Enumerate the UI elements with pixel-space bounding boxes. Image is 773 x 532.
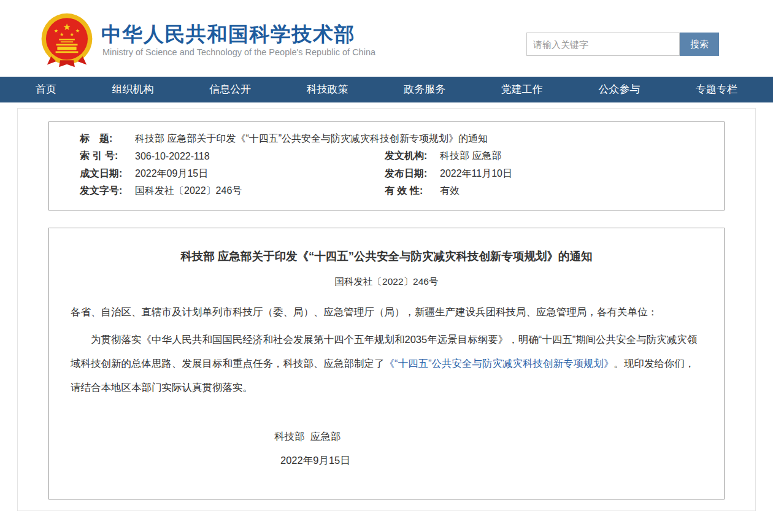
nav-item-info-disclosure[interactable]: 信息公开 <box>209 77 251 102</box>
document-metadata-box: 标 题: 科技部 应急部关于印发《“十四五”公共安全与防灾减灾科技创新专项规划》… <box>48 121 725 210</box>
nav-item-gov-services[interactable]: 政务服务 <box>404 77 445 102</box>
nav-item-organization[interactable]: 组织机构 <box>112 77 154 102</box>
meta-publish-date-label: 发布日期: <box>385 168 440 180</box>
meta-issuing-agency-label: 发文机构: <box>385 150 440 163</box>
site-header: ★ ★ ★ ★ ★ 中华人民共和国科学技术部 Ministry of Scien… <box>0 0 773 77</box>
nav-item-special-topics[interactable]: 专题专栏 <box>696 77 737 102</box>
document-number: 国科发社〔2022〕246号 <box>49 276 724 288</box>
document-signature: 科技部 应急部 <box>49 430 724 444</box>
meta-title-label: 标 题: <box>80 133 135 145</box>
meta-row-dates: 成文日期: 2022年09月15日 发布日期: 2022年11月10日 <box>49 165 724 183</box>
svg-text:★: ★ <box>75 28 80 34</box>
meta-issuing-agency-value: 科技部 应急部 <box>440 150 501 163</box>
meta-index-value: 306-10-2022-118 <box>135 151 210 162</box>
svg-text:★: ★ <box>60 32 64 37</box>
nav-item-public-participation[interactable]: 公众参与 <box>598 77 640 102</box>
content-container: 标 题: 科技部 应急部关于印发《“十四五”公共安全与防灾减灾科技创新专项规划》… <box>17 108 756 511</box>
meta-row-title: 标 题: 科技部 应急部关于印发《“十四五”公共安全与防灾减灾科技创新专项规划》… <box>49 130 724 148</box>
document-date: 2022年9月15日 <box>49 454 724 468</box>
document-body-box: 科技部 应急部关于印发《“十四五”公共安全与防灾减灾科技创新专项规划》的通知 国… <box>48 228 725 499</box>
site-subtitle-en: Ministry of Science and Technology of th… <box>102 47 375 57</box>
meta-written-date-label: 成文日期: <box>80 168 135 180</box>
search-button[interactable]: 搜索 <box>680 33 719 56</box>
main-nav: 首页 组织机构 信息公开 科技政策 政务服务 党建工作 公众参与 专题专栏 <box>0 77 773 102</box>
document-paragraph: 为贯彻落实《中华人民共和国国民经济和社会发展第十四个五年规划和2035年远景目标… <box>71 328 698 399</box>
meta-doc-number-label: 发文字号: <box>80 185 135 198</box>
national-emblem-icon[interactable]: ★ ★ ★ ★ ★ <box>37 12 97 69</box>
svg-text:★: ★ <box>70 32 74 37</box>
meta-row-index: 索 引 号: 306-10-2022-118 发文机构: 科技部 应急部 <box>49 148 724 166</box>
meta-validity-value: 有效 <box>440 185 460 198</box>
svg-text:★: ★ <box>54 28 58 34</box>
meta-row-docnum: 发文字号: 国科发社〔2022〕246号 有 效 性: 有效 <box>49 183 724 201</box>
national-emblem-svg: ★ ★ ★ ★ ★ <box>37 12 97 69</box>
search-box: 搜索 <box>526 33 719 56</box>
meta-validity-label: 有 效 性: <box>385 185 440 198</box>
search-input[interactable] <box>526 33 680 56</box>
document-title: 科技部 应急部关于印发《“十四五”公共安全与防灾减灾科技创新专项规划》的通知 <box>86 249 687 264</box>
svg-text:★: ★ <box>63 22 71 32</box>
meta-written-date-value: 2022年09月15日 <box>135 168 208 180</box>
meta-index-label: 索 引 号: <box>80 150 135 163</box>
nav-item-home[interactable]: 首页 <box>36 77 56 102</box>
plan-document-link[interactable]: 《“十四五”公共安全与防灾减灾科技创新专项规划》 <box>385 358 614 369</box>
nav-item-party-building[interactable]: 党建工作 <box>501 77 543 102</box>
nav-item-sci-tech-policy[interactable]: 科技政策 <box>307 77 348 102</box>
meta-doc-number-value: 国科发社〔2022〕246号 <box>135 185 242 198</box>
meta-title-value: 科技部 应急部关于印发《“十四五”公共安全与防灾减灾科技创新专项规划》的通知 <box>135 133 488 145</box>
document-addressee: 各省、自治区、直辖市及计划单列市科技厅（委、局）、应急管理厅（局），新疆生产建设… <box>71 304 699 319</box>
meta-publish-date-value: 2022年11月10日 <box>440 168 512 180</box>
site-title[interactable]: 中华人民共和国科学技术部 <box>101 21 355 48</box>
